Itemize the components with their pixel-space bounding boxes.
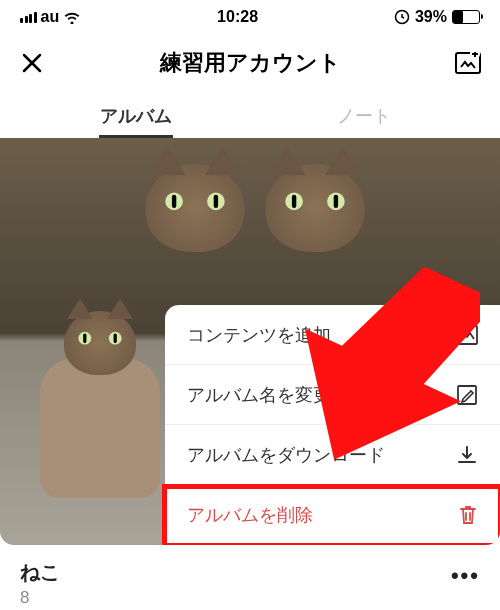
more-button[interactable]: ••• (451, 559, 480, 589)
status-right: 39% (394, 8, 480, 26)
menu-add-content[interactable]: コンテンツを追加 (165, 305, 500, 365)
download-icon (456, 444, 478, 466)
album-cover-image[interactable]: コンテンツを追加 アルバム名を変更 アルバムをダウンロード アルバムを削除 (0, 138, 500, 545)
wifi-icon (63, 10, 81, 24)
header: 練習用アカウント (0, 34, 500, 92)
battery-icon (452, 10, 480, 24)
tab-note[interactable]: ノート (250, 104, 478, 138)
menu-label: コンテンツを追加 (187, 323, 331, 347)
tab-album[interactable]: アルバム (22, 104, 250, 138)
battery-percent: 39% (415, 8, 447, 26)
rotation-lock-icon (394, 9, 410, 25)
menu-delete[interactable]: アルバムを削除 (165, 485, 500, 545)
menu-label: アルバムをダウンロード (187, 443, 385, 467)
page-title: 練習用アカウント (160, 48, 341, 78)
close-button[interactable] (18, 49, 46, 77)
status-left: au (20, 8, 81, 26)
menu-label: アルバムを削除 (187, 503, 313, 527)
status-time: 10:28 (217, 8, 258, 26)
tabs: アルバム ノート (0, 92, 500, 138)
menu-label: アルバム名を変更 (187, 383, 331, 407)
status-bar: au 10:28 39% (0, 0, 500, 34)
album-count: 8 (20, 588, 60, 608)
menu-download[interactable]: アルバムをダウンロード (165, 425, 500, 485)
add-photo-button[interactable] (454, 49, 482, 77)
content-area: コンテンツを追加 アルバム名を変更 アルバムをダウンロード アルバムを削除 (0, 138, 500, 545)
carrier-label: au (41, 8, 60, 26)
context-menu: コンテンツを追加 アルバム名を変更 アルバムをダウンロード アルバムを削除 (165, 305, 500, 545)
image-icon (456, 325, 478, 345)
album-footer: ねこ 8 ••• (0, 545, 500, 610)
trash-icon (458, 504, 478, 526)
edit-icon (456, 384, 478, 406)
menu-rename[interactable]: アルバム名を変更 (165, 365, 500, 425)
album-name: ねこ (20, 559, 60, 586)
svg-rect-3 (457, 326, 477, 344)
signal-icon (20, 12, 37, 23)
